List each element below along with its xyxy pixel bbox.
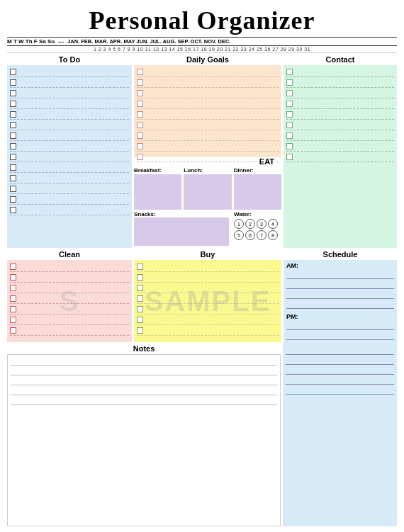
clean-header: Clean — [7, 250, 132, 259]
schedule-right-line-5[interactable] — [286, 386, 394, 395]
schedule-am-line-4[interactable] — [286, 300, 394, 309]
daily-checkbox[interactable] — [137, 69, 143, 75]
todo-checkbox[interactable] — [10, 186, 16, 192]
daily-checkbox[interactable] — [137, 111, 143, 118]
todo-checkbox[interactable] — [10, 90, 16, 96]
eat-snacks-row: Snacks: Water: 1 2 3 4 5 6 7 — [134, 211, 281, 246]
contact-checkbox[interactable] — [286, 69, 293, 75]
daily-checkbox[interactable] — [137, 101, 143, 107]
contact-checkbox[interactable] — [286, 79, 293, 86]
contact-checkbox[interactable] — [286, 101, 293, 107]
notes-line-4[interactable] — [11, 386, 277, 395]
schedule-right-line-1[interactable] — [286, 346, 394, 355]
clean-item — [10, 326, 129, 336]
daily-checkbox[interactable] — [137, 90, 143, 96]
buy-checkbox[interactable] — [137, 317, 143, 323]
todo-checkbox[interactable] — [10, 164, 16, 171]
notes-line-3[interactable] — [11, 376, 277, 385]
buy-section: Buy SAMPLE — [134, 250, 281, 342]
dinner-label: Dinner: — [234, 167, 281, 174]
daily-item — [137, 78, 279, 88]
todo-list — [7, 65, 132, 248]
daily-checkbox[interactable] — [137, 79, 143, 86]
clean-checkbox[interactable] — [10, 295, 16, 302]
water-2[interactable]: 2 — [245, 219, 255, 229]
buy-checkbox[interactable] — [137, 285, 143, 291]
todo-checkbox[interactable] — [10, 122, 16, 128]
buy-item — [137, 326, 279, 336]
clean-checkbox[interactable] — [10, 327, 16, 334]
notes-left: Notes — [7, 344, 281, 526]
water-5[interactable]: 5 — [234, 230, 244, 240]
contact-checkbox[interactable] — [286, 132, 293, 139]
todo-checkbox[interactable] — [10, 132, 16, 139]
buy-checkbox[interactable] — [137, 264, 143, 270]
todo-item — [10, 174, 129, 183]
clean-checkbox[interactable] — [10, 274, 16, 281]
water-1[interactable]: 1 — [234, 219, 244, 229]
todo-checkbox[interactable] — [10, 175, 16, 181]
todo-checkbox[interactable] — [10, 69, 16, 75]
notes-line-1[interactable] — [11, 356, 277, 366]
todo-checkbox[interactable] — [10, 207, 16, 213]
todo-item — [10, 163, 129, 173]
contact-checkbox[interactable] — [286, 143, 293, 149]
contact-checkbox[interactable] — [286, 154, 293, 160]
todo-checkbox[interactable] — [10, 79, 16, 86]
contact-item — [286, 67, 394, 77]
clean-checkbox[interactable] — [10, 264, 16, 270]
todo-checkbox[interactable] — [10, 154, 16, 160]
todo-item — [10, 152, 129, 162]
water-6[interactable]: 6 — [245, 230, 255, 240]
schedule-am-line-2[interactable] — [286, 281, 394, 289]
notes-header: Notes — [7, 344, 281, 353]
water-4[interactable]: 4 — [268, 219, 278, 229]
daily-checkbox[interactable] — [137, 132, 143, 139]
daily-checkbox[interactable] — [137, 122, 143, 128]
schedule-right-line-4[interactable] — [286, 376, 394, 385]
buy-item — [137, 283, 279, 293]
schedule-pm-line-2[interactable] — [286, 332, 394, 340]
schedule-right-line-3[interactable] — [286, 366, 394, 375]
buy-list: SAMPLE — [134, 260, 281, 342]
todo-checkbox[interactable] — [10, 111, 16, 118]
clean-checkbox[interactable] — [10, 306, 16, 312]
notes-line-2[interactable] — [11, 366, 277, 375]
schedule-am-line-3[interactable] — [286, 290, 394, 299]
contact-checkbox[interactable] — [286, 122, 293, 128]
notes-line-5[interactable] — [11, 396, 277, 405]
breakfast-box[interactable] — [134, 174, 181, 210]
todo-header: To Do — [7, 55, 132, 64]
clean-checkbox[interactable] — [10, 317, 16, 323]
breakfast-label: Breakfast: — [134, 167, 181, 174]
buy-item — [137, 294, 279, 304]
todo-checkbox[interactable] — [10, 143, 16, 149]
clean-checkbox[interactable] — [10, 285, 16, 291]
schedule-section: Schedule AM: PM: — [284, 250, 397, 342]
snacks-label: Snacks: — [134, 211, 229, 217]
todo-checkbox[interactable] — [10, 101, 16, 107]
water-7[interactable]: 7 — [257, 230, 266, 240]
todo-item — [10, 131, 129, 141]
clean-item — [10, 305, 129, 315]
dinner-box[interactable] — [234, 174, 281, 210]
buy-checkbox[interactable] — [137, 295, 143, 302]
todo-checkbox[interactable] — [10, 196, 16, 203]
buy-checkbox[interactable] — [137, 327, 143, 334]
lunch-box[interactable] — [184, 174, 231, 210]
buy-checkbox[interactable] — [137, 306, 143, 312]
buy-checkbox[interactable] — [137, 274, 143, 281]
schedule-pm-label: PM: — [286, 313, 394, 320]
contact-checkbox[interactable] — [286, 90, 293, 96]
contact-checkbox[interactable] — [286, 111, 293, 118]
clean-list: S — [7, 260, 132, 342]
schedule-pm-line-1[interactable] — [286, 322, 394, 330]
schedule-right-line-2[interactable] — [286, 356, 394, 365]
schedule-am-line-1[interactable] — [286, 271, 394, 279]
todo-item — [10, 78, 129, 88]
snacks-box[interactable] — [134, 217, 229, 246]
water-8[interactable]: 8 — [268, 230, 278, 240]
water-3[interactable]: 3 — [257, 219, 266, 229]
page-title: Personal Organizer — [7, 6, 397, 35]
daily-checkbox[interactable] — [137, 143, 143, 149]
